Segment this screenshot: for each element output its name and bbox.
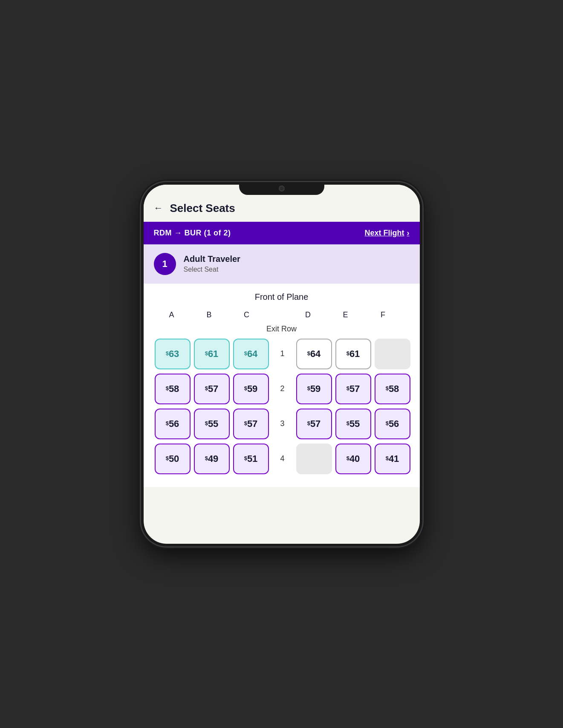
traveler-badge: 1	[154, 253, 176, 275]
table-row: $63$61$641$64$61	[150, 339, 413, 369]
table-row: $58$57$592$59$57$58	[150, 374, 413, 404]
traveler-sub: Select Seat	[184, 266, 240, 273]
seat-1F	[375, 339, 410, 369]
camera-notch	[279, 186, 285, 191]
screen: ← Select Seats RDM → BUR (1 of 2) Next F…	[144, 185, 420, 544]
seat-1C[interactable]: $64	[233, 339, 269, 369]
seat-4F[interactable]: $41	[375, 444, 410, 474]
right-seats: $40$41	[295, 444, 411, 474]
seat-1E[interactable]: $61	[335, 339, 371, 369]
left-seats: $50$49$51	[154, 444, 270, 474]
seat-4C[interactable]: $51	[233, 444, 269, 474]
seat-map: Front of Plane A B C D E F Exit Row $63$…	[144, 284, 420, 487]
seat-3B[interactable]: $55	[194, 409, 230, 439]
phone-frame: ← Select Seats RDM → BUR (1 of 2) Next F…	[141, 182, 422, 546]
seat-4A[interactable]: $50	[155, 444, 191, 474]
seat-2A[interactable]: $58	[155, 374, 191, 404]
col-label-c: C	[229, 310, 265, 319]
seat-1D[interactable]: $64	[296, 339, 332, 369]
seat-2C[interactable]: $59	[233, 374, 269, 404]
next-flight-label: Next Flight	[365, 229, 404, 238]
left-seats: $56$55$57	[154, 409, 270, 439]
row-number-4: 4	[270, 454, 295, 463]
seat-4E[interactable]: $40	[335, 444, 371, 474]
next-flight-chevron: ›	[407, 229, 410, 238]
traveler-section: 1 Adult Traveler Select Seat	[144, 244, 420, 284]
back-button[interactable]: ←	[154, 203, 163, 214]
page-title: Select Seats	[170, 202, 235, 215]
seat-3C[interactable]: $57	[233, 409, 269, 439]
seat-4B[interactable]: $49	[194, 444, 230, 474]
exit-row-label: Exit Row	[150, 325, 413, 334]
traveler-name: Adult Traveler	[184, 254, 240, 264]
seat-3E[interactable]: $55	[335, 409, 371, 439]
col-label-e: E	[328, 310, 364, 319]
seat-rows-container: $63$61$641$64$61$58$57$592$59$57$58$56$5…	[150, 339, 413, 474]
column-labels: A B C D E F	[150, 310, 413, 319]
table-row: $56$55$573$57$55$56	[150, 409, 413, 439]
col-label-d: D	[290, 310, 326, 319]
col-label-a: A	[154, 310, 190, 319]
right-seats: $64$61	[295, 339, 411, 369]
seat-2D[interactable]: $59	[296, 374, 332, 404]
right-seats: $57$55$56	[295, 409, 411, 439]
flight-route: RDM → BUR (1 of 2)	[154, 229, 231, 238]
left-seats: $58$57$59	[154, 374, 270, 404]
seat-1A[interactable]: $63	[155, 339, 191, 369]
seat-2E[interactable]: $57	[335, 374, 371, 404]
flight-bar: RDM → BUR (1 of 2) Next Flight ›	[144, 222, 420, 244]
row-number-2: 2	[270, 384, 295, 393]
col-label-f: F	[365, 310, 401, 319]
right-seats: $59$57$58	[295, 374, 411, 404]
right-column-labels: D E F	[290, 310, 401, 319]
traveler-info: Adult Traveler Select Seat	[184, 254, 240, 273]
table-row: $50$49$514$40$41	[150, 444, 413, 474]
seat-1B[interactable]: $61	[194, 339, 230, 369]
seat-2B[interactable]: $57	[194, 374, 230, 404]
next-flight-button[interactable]: Next Flight ›	[365, 229, 410, 238]
row-number-1: 1	[270, 349, 295, 358]
row-number-3: 3	[270, 419, 295, 428]
front-of-plane-label: Front of Plane	[150, 292, 413, 302]
seat-4D	[296, 444, 332, 474]
left-seats: $63$61$64	[154, 339, 270, 369]
col-label-b: B	[191, 310, 227, 319]
seat-3D[interactable]: $57	[296, 409, 332, 439]
seat-3A[interactable]: $56	[155, 409, 191, 439]
seat-3F[interactable]: $56	[375, 409, 410, 439]
seat-2F[interactable]: $58	[375, 374, 410, 404]
left-column-labels: A B C	[154, 310, 265, 319]
